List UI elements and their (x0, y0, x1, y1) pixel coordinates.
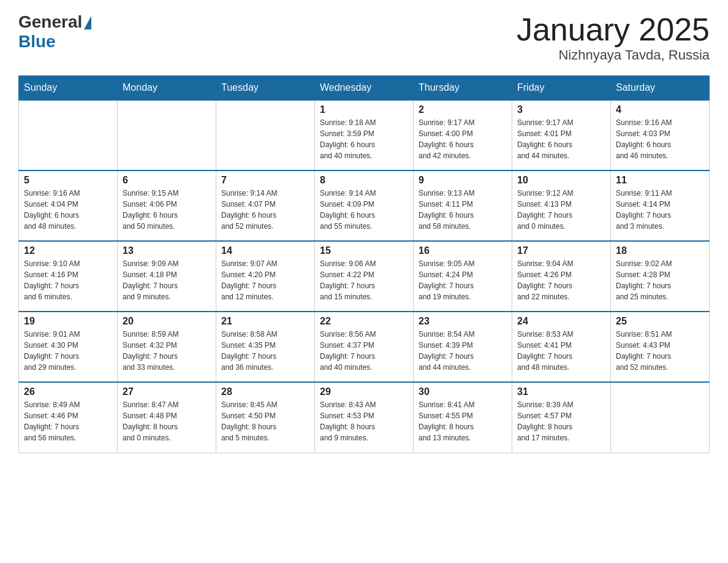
calendar-cell (19, 100, 118, 170)
day-info: Sunrise: 9:16 AM Sunset: 4:03 PM Dayligh… (616, 117, 704, 161)
logo: General Blue (18, 12, 91, 52)
day-number: 29 (320, 386, 408, 397)
day-number: 12 (24, 245, 112, 256)
calendar-cell: 20Sunrise: 8:59 AM Sunset: 4:32 PM Dayli… (118, 312, 216, 382)
day-number: 3 (517, 104, 605, 115)
calendar-cell: 11Sunrise: 9:11 AM Sunset: 4:14 PM Dayli… (611, 170, 710, 241)
day-info: Sunrise: 9:11 AM Sunset: 4:14 PM Dayligh… (616, 188, 704, 232)
day-info: Sunrise: 8:47 AM Sunset: 4:48 PM Dayligh… (123, 399, 211, 443)
calendar-cell: 5Sunrise: 9:16 AM Sunset: 4:04 PM Daylig… (19, 170, 118, 241)
calendar-cell: 26Sunrise: 8:49 AM Sunset: 4:46 PM Dayli… (19, 382, 118, 453)
day-info: Sunrise: 9:17 AM Sunset: 4:00 PM Dayligh… (419, 117, 507, 161)
calendar-cell: 21Sunrise: 8:58 AM Sunset: 4:35 PM Dayli… (216, 312, 315, 382)
weekday-header-thursday: Thursday (414, 76, 512, 101)
day-number: 13 (123, 245, 211, 256)
day-number: 6 (123, 175, 211, 186)
day-info: Sunrise: 9:04 AM Sunset: 4:26 PM Dayligh… (517, 258, 605, 302)
calendar-cell: 15Sunrise: 9:06 AM Sunset: 4:22 PM Dayli… (315, 241, 414, 312)
calendar-title: January 2025 (517, 12, 710, 47)
day-info: Sunrise: 8:39 AM Sunset: 4:57 PM Dayligh… (517, 399, 605, 443)
day-info: Sunrise: 8:59 AM Sunset: 4:32 PM Dayligh… (123, 329, 211, 373)
day-number: 5 (24, 175, 112, 186)
calendar-cell (611, 382, 710, 453)
day-info: Sunrise: 9:14 AM Sunset: 4:07 PM Dayligh… (221, 188, 309, 232)
page-header: General Blue January 2025 Nizhnyaya Tavd… (18, 12, 710, 63)
day-number: 23 (419, 316, 507, 327)
day-info: Sunrise: 9:01 AM Sunset: 4:30 PM Dayligh… (24, 329, 112, 373)
week-row-3: 12Sunrise: 9:10 AM Sunset: 4:16 PM Dayli… (19, 241, 710, 312)
day-info: Sunrise: 8:43 AM Sunset: 4:53 PM Dayligh… (320, 399, 408, 443)
day-number: 16 (419, 245, 507, 256)
day-number: 10 (517, 175, 605, 186)
day-number: 22 (320, 316, 408, 327)
day-number: 25 (616, 316, 704, 327)
calendar-cell: 19Sunrise: 9:01 AM Sunset: 4:30 PM Dayli… (19, 312, 118, 382)
day-info: Sunrise: 9:10 AM Sunset: 4:16 PM Dayligh… (24, 258, 112, 302)
day-number: 15 (320, 245, 408, 256)
day-info: Sunrise: 9:14 AM Sunset: 4:09 PM Dayligh… (320, 188, 408, 232)
day-number: 17 (517, 245, 605, 256)
day-number: 18 (616, 245, 704, 256)
day-number: 8 (320, 175, 408, 186)
calendar-cell: 14Sunrise: 9:07 AM Sunset: 4:20 PM Dayli… (216, 241, 315, 312)
day-info: Sunrise: 8:53 AM Sunset: 4:41 PM Dayligh… (517, 329, 605, 373)
weekday-header-monday: Monday (118, 76, 216, 101)
day-info: Sunrise: 9:16 AM Sunset: 4:04 PM Dayligh… (24, 188, 112, 232)
calendar-cell: 1Sunrise: 9:18 AM Sunset: 3:59 PM Daylig… (315, 100, 414, 170)
calendar-cell: 23Sunrise: 8:54 AM Sunset: 4:39 PM Dayli… (414, 312, 512, 382)
day-info: Sunrise: 8:54 AM Sunset: 4:39 PM Dayligh… (419, 329, 507, 373)
day-info: Sunrise: 9:15 AM Sunset: 4:06 PM Dayligh… (123, 188, 211, 232)
day-info: Sunrise: 9:02 AM Sunset: 4:28 PM Dayligh… (616, 258, 704, 302)
calendar-cell: 8Sunrise: 9:14 AM Sunset: 4:09 PM Daylig… (315, 170, 414, 241)
week-row-5: 26Sunrise: 8:49 AM Sunset: 4:46 PM Dayli… (19, 382, 710, 453)
calendar-cell: 6Sunrise: 9:15 AM Sunset: 4:06 PM Daylig… (118, 170, 216, 241)
day-number: 11 (616, 175, 704, 186)
day-info: Sunrise: 9:17 AM Sunset: 4:01 PM Dayligh… (517, 117, 605, 161)
calendar-cell: 12Sunrise: 9:10 AM Sunset: 4:16 PM Dayli… (19, 241, 118, 312)
day-info: Sunrise: 8:45 AM Sunset: 4:50 PM Dayligh… (221, 399, 309, 443)
calendar-cell: 24Sunrise: 8:53 AM Sunset: 4:41 PM Dayli… (512, 312, 611, 382)
day-info: Sunrise: 8:51 AM Sunset: 4:43 PM Dayligh… (616, 329, 704, 373)
day-info: Sunrise: 9:07 AM Sunset: 4:20 PM Dayligh… (221, 258, 309, 302)
calendar-cell: 3Sunrise: 9:17 AM Sunset: 4:01 PM Daylig… (512, 100, 611, 170)
weekday-header-wednesday: Wednesday (315, 76, 414, 101)
calendar-cell: 16Sunrise: 9:05 AM Sunset: 4:24 PM Dayli… (414, 241, 512, 312)
calendar-subtitle: Nizhnyaya Tavda, Russia (517, 47, 710, 63)
day-info: Sunrise: 8:41 AM Sunset: 4:55 PM Dayligh… (419, 399, 507, 443)
day-info: Sunrise: 9:06 AM Sunset: 4:22 PM Dayligh… (320, 258, 408, 302)
day-number: 7 (221, 175, 309, 186)
logo-general-text: General (18, 12, 82, 32)
day-number: 28 (221, 386, 309, 397)
weekday-header-tuesday: Tuesday (216, 76, 315, 101)
day-info: Sunrise: 9:05 AM Sunset: 4:24 PM Dayligh… (419, 258, 507, 302)
calendar-cell: 30Sunrise: 8:41 AM Sunset: 4:55 PM Dayli… (414, 382, 512, 453)
title-block: January 2025 Nizhnyaya Tavda, Russia (517, 12, 710, 63)
day-number: 30 (419, 386, 507, 397)
day-number: 20 (123, 316, 211, 327)
calendar-table: SundayMondayTuesdayWednesdayThursdayFrid… (18, 75, 710, 453)
day-info: Sunrise: 9:18 AM Sunset: 3:59 PM Dayligh… (320, 117, 408, 161)
calendar-cell: 29Sunrise: 8:43 AM Sunset: 4:53 PM Dayli… (315, 382, 414, 453)
weekday-header-saturday: Saturday (611, 76, 710, 101)
calendar-cell: 25Sunrise: 8:51 AM Sunset: 4:43 PM Dayli… (611, 312, 710, 382)
day-info: Sunrise: 8:58 AM Sunset: 4:35 PM Dayligh… (221, 329, 309, 373)
day-number: 26 (24, 386, 112, 397)
calendar-cell: 2Sunrise: 9:17 AM Sunset: 4:00 PM Daylig… (414, 100, 512, 170)
calendar-cell: 4Sunrise: 9:16 AM Sunset: 4:03 PM Daylig… (611, 100, 710, 170)
day-info: Sunrise: 8:56 AM Sunset: 4:37 PM Dayligh… (320, 329, 408, 373)
day-number: 24 (517, 316, 605, 327)
week-row-2: 5Sunrise: 9:16 AM Sunset: 4:04 PM Daylig… (19, 170, 710, 241)
day-number: 27 (123, 386, 211, 397)
calendar-cell: 17Sunrise: 9:04 AM Sunset: 4:26 PM Dayli… (512, 241, 611, 312)
day-number: 31 (517, 386, 605, 397)
calendar-cell: 9Sunrise: 9:13 AM Sunset: 4:11 PM Daylig… (414, 170, 512, 241)
calendar-cell (118, 100, 216, 170)
calendar-cell: 18Sunrise: 9:02 AM Sunset: 4:28 PM Dayli… (611, 241, 710, 312)
day-info: Sunrise: 9:12 AM Sunset: 4:13 PM Dayligh… (517, 188, 605, 232)
logo-triangle-icon (84, 16, 91, 29)
logo-blue-text: Blue (18, 32, 56, 51)
calendar-cell (216, 100, 315, 170)
weekday-header-row: SundayMondayTuesdayWednesdayThursdayFrid… (19, 76, 710, 101)
calendar-cell: 22Sunrise: 8:56 AM Sunset: 4:37 PM Dayli… (315, 312, 414, 382)
weekday-header-sunday: Sunday (19, 76, 118, 101)
